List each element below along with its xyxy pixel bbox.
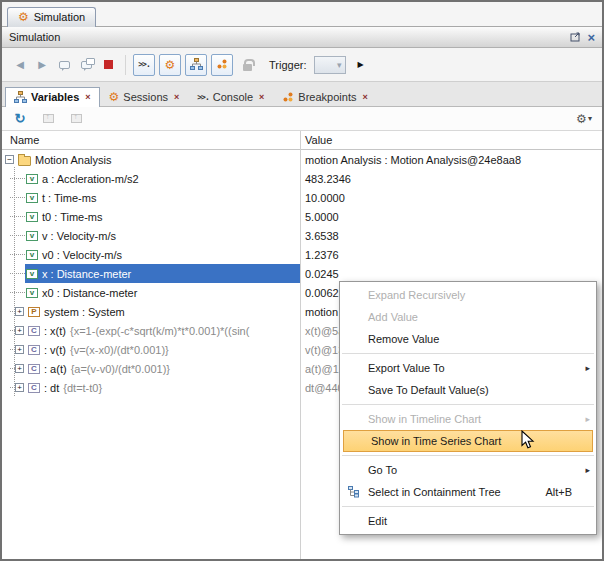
trigger-select[interactable]: ▾ xyxy=(314,56,346,74)
submenu-arrow-icon: ▸ xyxy=(580,465,590,475)
resume-button[interactable]: ▶ xyxy=(32,55,52,75)
table-row-v0-velocity-m-s[interactable]: v v0 : Velocity-m/s 1.2376 xyxy=(2,245,602,264)
row-name-cell: v x : Distance-meter xyxy=(2,264,300,283)
menu-item-edit[interactable]: Edit xyxy=(340,510,596,532)
menu-item-save-to-default-value-s[interactable]: Save To Default Value(s) xyxy=(340,379,596,401)
tree-expander[interactable]: − xyxy=(5,155,14,164)
tree-stub xyxy=(10,197,25,198)
tree-expander[interactable]: + xyxy=(15,364,24,373)
lock-icon xyxy=(243,64,252,71)
row-name-cell: v t0 : Time-ms xyxy=(2,207,300,226)
undock-icon[interactable] xyxy=(570,32,581,42)
value-property-icon: v xyxy=(26,212,38,222)
dropdown-arrow-icon: ▾ xyxy=(337,60,342,70)
menu-item-show-in-time-series-chart[interactable]: Show in Time Series Chart xyxy=(343,430,593,452)
value-property-icon: v xyxy=(26,288,38,298)
row-value: 5.0000 xyxy=(300,211,602,223)
console-icon: >>. xyxy=(197,93,208,102)
document-tab-label: Simulation xyxy=(34,11,85,23)
menu-separator xyxy=(342,506,594,507)
tab-variables[interactable]: Variables × xyxy=(5,87,100,107)
refresh-button[interactable]: ↻ xyxy=(10,109,30,129)
tree-expander[interactable]: + xyxy=(15,307,24,316)
simulation-config-toggle-button[interactable]: ⚙ xyxy=(159,54,181,76)
options-gear-icon: ⚙ xyxy=(576,112,587,126)
constraint-property-icon: C xyxy=(28,383,40,393)
row-name-cell: v a : Accleration-m/s2 xyxy=(2,169,300,188)
menu-item-remove-value[interactable]: Remove Value xyxy=(340,328,596,350)
table-row-v-velocity-m-s[interactable]: v v : Velocity-m/s 3.6538 xyxy=(2,226,602,245)
menu-item-export-value-to[interactable]: Export Value To ▸ xyxy=(340,357,596,379)
row-name: x : Distance-meter xyxy=(42,268,131,280)
row-name: t : Time-ms xyxy=(42,192,96,204)
table-row-motion-analysis[interactable]: − Motion Analysis motion Analysis : Moti… xyxy=(2,150,602,169)
menu-separator xyxy=(342,404,594,405)
tree-guide-line xyxy=(14,167,15,396)
animation-speed-button[interactable] xyxy=(54,55,74,75)
stop-icon xyxy=(104,60,113,69)
step-back-button[interactable]: ◀ xyxy=(10,55,30,75)
tree-expander[interactable]: + xyxy=(15,345,24,354)
tab-sessions[interactable]: ⚙ Sessions × xyxy=(100,87,189,106)
menu-item-select-in-containment-tree[interactable]: Select in Containment Tree Alt+B xyxy=(340,481,596,503)
submenu-arrow-icon: ▸ xyxy=(580,363,590,373)
save-defaults-button[interactable] xyxy=(66,109,86,129)
refresh-icon: ↻ xyxy=(15,112,26,125)
tab-console[interactable]: >>. Console × xyxy=(188,87,273,106)
document-tab-simulation[interactable]: ⚙ Simulation xyxy=(7,7,96,27)
row-name: v0 : Velocity-m/s xyxy=(42,249,122,261)
table-row-t-time-ms[interactable]: v t : Time-ms 10.0000 xyxy=(2,188,602,207)
row-value: 3.6538 xyxy=(300,230,602,242)
part-property-icon: P xyxy=(28,307,40,317)
row-name: system : System xyxy=(44,306,125,318)
resume-icon: ▶ xyxy=(38,59,46,70)
menu-item-go-to[interactable]: Go To ▸ xyxy=(340,459,596,481)
export-icon xyxy=(43,114,54,123)
row-name-cell: − Motion Analysis xyxy=(2,150,300,169)
tab-close-icon[interactable]: × xyxy=(259,92,264,102)
row-name: : v(t) xyxy=(44,344,66,356)
tab-close-icon[interactable]: × xyxy=(362,92,367,102)
containment-tree-icon xyxy=(340,486,368,498)
tab-close-icon[interactable]: × xyxy=(174,92,179,102)
row-name: t0 : Time-ms xyxy=(42,211,103,223)
row-name-cell: + C : x(t) {x=1-(exp(-c*sqrt(k/m)*t*0.00… xyxy=(2,321,300,340)
row-name-cell: + C : a(t) {a=(v-v0)/(dt*0.001)} xyxy=(2,359,300,378)
column-header-name[interactable]: Name xyxy=(10,134,39,146)
speech-bubble-icon xyxy=(59,61,70,69)
table-row-t0-time-ms[interactable]: v t0 : Time-ms 5.0000 xyxy=(2,207,602,226)
value-property-icon: v xyxy=(26,250,38,260)
row-expression: {x=1-(exp(-c*sqrt(k/m)*t*0.001)*((sin( xyxy=(70,325,249,337)
menu-item-show-in-timeline-chart[interactable]: Show in Timeline Chart ▸ xyxy=(340,408,596,430)
table-row-a-accleration-m-s2[interactable]: v a : Accleration-m/s2 483.2346 xyxy=(2,169,602,188)
gear-icon: ⚙ xyxy=(165,59,176,71)
row-value: 10.0000 xyxy=(300,192,602,204)
constraint-property-icon: C xyxy=(28,345,40,355)
row-name-cell: + C : v(t) {v=(x-x0)/(dt*0.001)} xyxy=(2,340,300,359)
value-property-icon: v xyxy=(26,269,38,279)
breakpoints-toggle-button[interactable] xyxy=(211,54,233,76)
table-options-button[interactable]: ⚙▾ xyxy=(574,109,594,129)
messages-button[interactable] xyxy=(76,55,96,75)
menu-item-add-value[interactable]: Add Value xyxy=(340,306,596,328)
tab-breakpoints[interactable]: Breakpoints × xyxy=(273,87,376,106)
lock-button[interactable] xyxy=(237,55,257,75)
menu-item-expand-recursively[interactable]: Expand Recursively xyxy=(340,284,596,306)
row-name-cell: v x0 : Distance-meter xyxy=(2,283,300,302)
tree-expander[interactable]: + xyxy=(15,326,24,335)
console-toggle-button[interactable]: >>. xyxy=(133,54,155,76)
tree-expander[interactable]: + xyxy=(15,383,24,392)
toolbar-overflow-button[interactable]: ▶ xyxy=(358,60,364,69)
tab-close-icon[interactable]: × xyxy=(85,92,90,102)
export-button[interactable] xyxy=(38,109,58,129)
context-menu: Expand Recursively Add Value Remove Valu… xyxy=(339,281,597,535)
row-name: x0 : Distance-meter xyxy=(42,287,137,299)
variables-toggle-button[interactable] xyxy=(185,54,207,76)
column-separator[interactable] xyxy=(300,131,301,559)
console-icon: >>. xyxy=(138,60,149,69)
terminate-button[interactable] xyxy=(98,55,118,75)
analysis-property-icon xyxy=(18,156,31,166)
column-header-value[interactable]: Value xyxy=(305,134,332,146)
close-icon[interactable]: × xyxy=(587,31,595,44)
row-name: : dt xyxy=(44,382,59,394)
